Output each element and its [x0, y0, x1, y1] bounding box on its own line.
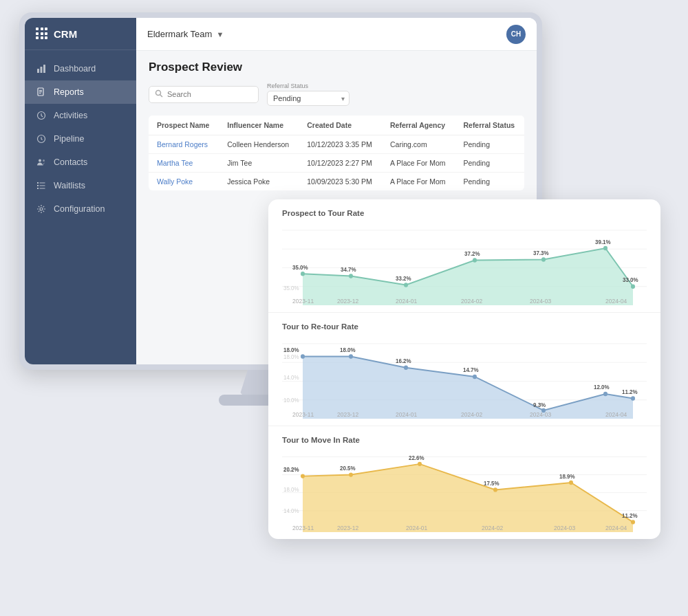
- svg-text:2024-03: 2024-03: [530, 410, 551, 417]
- svg-text:2024-02: 2024-02: [482, 525, 503, 531]
- cell-referral-agency: A Place For Mom: [382, 173, 455, 191]
- chart2-svg: 18.0% 14.0% 10.0% 18.0% 18.0% 16.2% 14.7…: [282, 336, 647, 419]
- svg-rect-11: [37, 182, 39, 184]
- svg-text:33.2%: 33.2%: [396, 275, 411, 282]
- svg-text:37.3%: 37.3%: [533, 250, 549, 256]
- svg-text:35.0%: 35.0%: [283, 285, 299, 292]
- svg-text:2023-12: 2023-12: [337, 410, 358, 417]
- sidebar-label-reports: Reports: [54, 87, 84, 97]
- svg-point-27: [349, 274, 353, 278]
- sidebar-label-pipeline: Pipeline: [54, 134, 84, 144]
- table-row[interactable]: Bernard Rogers Colleen Henderson 10/12/2…: [149, 135, 524, 154]
- topbar-left: Eldermark Team ▼: [147, 29, 224, 39]
- file-text-icon: [36, 87, 47, 98]
- svg-text:20.2%: 20.2%: [283, 467, 299, 473]
- cell-referral-status: Pending: [455, 173, 524, 191]
- table-row[interactable]: Wally Poke Jessica Poke 10/09/2023 5:30 …: [149, 173, 524, 191]
- svg-rect-2: [43, 65, 45, 73]
- cell-influencer-name: Colleen Henderson: [219, 135, 299, 154]
- svg-rect-0: [37, 69, 39, 73]
- chart2-title: Tour to Re-tour Rate: [282, 322, 647, 331]
- sidebar: CRM Dashboard: [25, 18, 136, 364]
- svg-text:12.0%: 12.0%: [594, 384, 610, 390]
- svg-text:14.0%: 14.0%: [283, 374, 299, 381]
- svg-rect-16: [40, 188, 45, 189]
- sidebar-item-contacts[interactable]: Contacts: [25, 151, 136, 174]
- svg-text:2024-03: 2024-03: [554, 525, 575, 531]
- sidebar-item-pipeline[interactable]: Pipeline: [25, 127, 136, 151]
- charts-overlay: Prospect to Tour Rate 35.0%: [268, 199, 660, 539]
- chart1-svg: 35.0%: [282, 223, 647, 305]
- table-row[interactable]: Martha Tee Jim Tee 10/12/2023 2:27 PM A …: [149, 154, 524, 173]
- svg-point-32: [631, 284, 635, 289]
- sidebar-item-activities[interactable]: Activities: [25, 104, 136, 127]
- svg-point-30: [541, 257, 546, 262]
- svg-text:2023-12: 2023-12: [337, 297, 358, 304]
- cell-prospect-name[interactable]: Bernard Rogers: [149, 135, 219, 154]
- svg-text:39.1%: 39.1%: [595, 238, 611, 245]
- svg-rect-13: [37, 185, 39, 186]
- svg-point-56: [404, 366, 408, 371]
- svg-point-17: [40, 208, 43, 210]
- svg-point-83: [349, 472, 353, 476]
- app-title: CRM: [54, 28, 77, 40]
- cell-referral-agency: A Place For Mom: [382, 154, 455, 173]
- svg-text:18.0%: 18.0%: [283, 353, 299, 360]
- svg-text:2023-11: 2023-11: [292, 410, 314, 417]
- chart2-wrapper: 18.0% 14.0% 10.0% 18.0% 18.0% 16.2% 14.7…: [282, 336, 647, 419]
- svg-point-87: [631, 520, 635, 524]
- sidebar-label-dashboard: Dashboard: [54, 64, 96, 74]
- svg-text:37.2%: 37.2%: [464, 250, 480, 257]
- chart3-wrapper: 22.0% 18.0% 14.0% 20.2% 20.5% 22.6% 17.5…: [282, 450, 647, 532]
- filter-group: Referral Status Pending Approved Rejecte…: [267, 82, 350, 106]
- svg-line-19: [160, 94, 163, 97]
- svg-text:11.2%: 11.2%: [622, 513, 638, 519]
- page-title: Prospect Review: [149, 60, 524, 74]
- svg-text:9.3%: 9.3%: [533, 401, 546, 408]
- svg-point-9: [39, 160, 41, 162]
- cell-referral-agency: Caring.com: [382, 135, 455, 154]
- sidebar-item-dashboard[interactable]: Dashboard: [25, 57, 136, 80]
- svg-text:22.6%: 22.6%: [409, 454, 424, 461]
- svg-point-85: [493, 487, 497, 492]
- sidebar-item-configuration[interactable]: Configuration: [25, 197, 136, 221]
- cell-prospect-name[interactable]: Martha Tee: [149, 154, 219, 173]
- activity-icon: [36, 110, 47, 121]
- cell-influencer-name: Jim Tee: [219, 154, 299, 173]
- cell-created-date: 10/09/2023 5:30 PM: [299, 173, 382, 191]
- cell-referral-status: Pending: [455, 154, 524, 173]
- svg-text:2024-02: 2024-02: [461, 297, 482, 304]
- svg-text:2024-01: 2024-01: [406, 525, 427, 531]
- cell-referral-status: Pending: [455, 135, 524, 154]
- chart-section-retour: Tour to Re-tour Rate 18.0% 14.0% 10.0%: [268, 313, 660, 426]
- svg-text:2024-04: 2024-04: [605, 525, 627, 531]
- svg-text:2024-01: 2024-01: [396, 410, 417, 417]
- cell-influencer-name: Jessica Poke: [219, 173, 299, 191]
- chevron-down-icon[interactable]: ▼: [216, 30, 224, 38]
- sidebar-label-activities: Activities: [54, 111, 87, 120]
- chart-section-movein: Tour to Move In Rate 22.0% 18.0% 14.0%: [268, 426, 660, 539]
- search-input[interactable]: [167, 90, 252, 98]
- sidebar-item-reports[interactable]: Reports: [25, 80, 136, 104]
- search-box: [149, 86, 259, 103]
- sidebar-item-waitlists[interactable]: Waitlists: [25, 174, 136, 197]
- svg-point-31: [603, 246, 608, 251]
- svg-point-28: [404, 283, 408, 287]
- svg-text:2024-02: 2024-02: [461, 410, 482, 417]
- referral-status-filter[interactable]: Pending Approved Rejected: [267, 91, 350, 106]
- svg-text:17.5%: 17.5%: [484, 481, 499, 487]
- svg-text:16.2%: 16.2%: [396, 358, 411, 364]
- col-referral-status: Referral Status: [455, 116, 524, 135]
- svg-text:18.0%: 18.0%: [283, 486, 299, 492]
- cell-prospect-name[interactable]: Wally Poke: [149, 173, 219, 191]
- svg-point-26: [301, 272, 305, 276]
- svg-text:14.7%: 14.7%: [463, 366, 479, 373]
- svg-rect-12: [40, 183, 45, 184]
- svg-rect-1: [41, 67, 43, 73]
- svg-text:2024-04: 2024-04: [605, 297, 627, 304]
- sidebar-header: CRM: [25, 18, 136, 50]
- svg-text:35.0%: 35.0%: [292, 263, 308, 270]
- svg-point-60: [631, 396, 635, 401]
- svg-text:2024-01: 2024-01: [396, 297, 417, 304]
- svg-point-86: [569, 481, 573, 485]
